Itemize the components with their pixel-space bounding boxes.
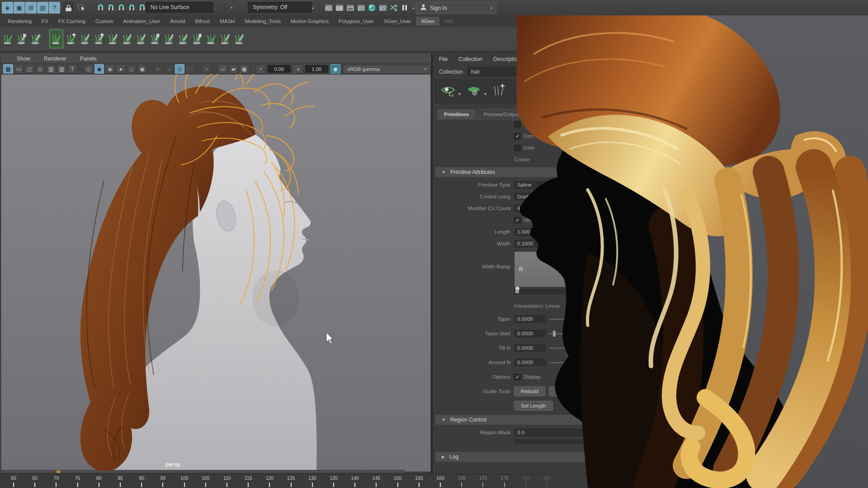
use-default-material-icon[interactable]: ●: [116, 64, 126, 74]
select-cursor-icon[interactable]: [75, 2, 89, 14]
shelf-tab-xgen[interactable]: XGen: [416, 17, 439, 26]
ramp-key-handle[interactable]: [515, 290, 519, 293]
attr-field-taper-start[interactable]: 0.0000: [514, 329, 546, 338]
snap-projected-center-icon[interactable]: [127, 2, 137, 14]
xray-icon[interactable]: ◇: [175, 64, 185, 74]
safe-title-icon[interactable]: T: [67, 64, 77, 74]
attr-slider-length[interactable]: [549, 231, 585, 233]
safe-action-icon[interactable]: ▧: [57, 64, 67, 74]
section-header-region-control[interactable]: ▼Region Control: [435, 415, 620, 425]
smooth-shade-icon[interactable]: ◆: [94, 64, 104, 74]
shadows-icon[interactable]: ◐: [153, 64, 163, 74]
shelf-tab-modeling-tools[interactable]: Modeling_Tools: [240, 17, 286, 26]
sign-in-button[interactable]: Sign In▾: [416, 2, 496, 14]
expand-arrow-icon[interactable]: ▸: [312, 5, 314, 10]
pause-icon[interactable]: [399, 2, 410, 14]
textured-icon[interactable]: ◈: [105, 64, 115, 74]
help-mode-icon[interactable]: ?: [49, 2, 60, 14]
colorspace-dropdown[interactable]: sRGB gamma▾: [343, 65, 430, 74]
checkbox-uniform[interactable]: ✓: [514, 217, 521, 224]
snapshot-2d-icon[interactable]: ▰: [229, 64, 239, 74]
select-component-icon[interactable]: ⊞: [25, 2, 37, 14]
xgen-shelf-tool-4-icon[interactable]: [49, 29, 63, 48]
xgen-shelf-tool-11-icon[interactable]: [148, 28, 162, 49]
chevron-down-icon[interactable]: ▾: [458, 91, 461, 96]
xgen-tab-primitives[interactable]: Primitives: [437, 109, 476, 119]
motion-blur-icon[interactable]: ◌: [185, 64, 195, 74]
xgen-shelf-tool-1-icon[interactable]: [1, 28, 15, 49]
shelf-tab-polygons-user[interactable]: Polygons_User: [334, 17, 379, 26]
ipr-render-icon[interactable]: IPR: [345, 2, 355, 14]
xgen-shelf-tool-2-icon[interactable]: [15, 28, 29, 49]
checkbox-option[interactable]: [514, 121, 521, 128]
snapshot-icon[interactable]: ▱: [218, 64, 228, 74]
chevron-down-icon[interactable]: ▾: [231, 5, 233, 10]
ao-icon[interactable]: ◒: [164, 64, 174, 74]
shelf-tab-yeti[interactable]: Yeti: [439, 17, 458, 26]
xgen-shelf-tool-8-icon[interactable]: [106, 28, 120, 49]
film-gate-icon[interactable]: ▭: [14, 64, 24, 74]
section-header-primitive-attributes[interactable]: ▼Primitive Attributes: [435, 167, 620, 177]
exposure-value[interactable]: 0.00: [268, 65, 291, 73]
primitive-visibility-eye-icon[interactable]: [440, 84, 456, 98]
field-chart-icon[interactable]: ▥: [46, 64, 56, 74]
time-slider[interactable]: 6065707580859095100105110115120125130135…: [0, 474, 868, 488]
contrast-icon[interactable]: ◑: [293, 64, 303, 74]
shelf-tab-arnold[interactable]: Arnold: [165, 17, 190, 26]
set-length-button[interactable]: Set Length: [514, 401, 553, 411]
render-view-icon[interactable]: [323, 2, 334, 14]
checkbox-con[interactable]: ✓: [514, 133, 521, 140]
snap-curve-icon[interactable]: [106, 2, 116, 14]
attr-field-tilt-n[interactable]: 0.0000: [514, 344, 546, 352]
attr-slider-width[interactable]: [549, 243, 585, 244]
color-management-toggle-icon[interactable]: ◉: [330, 64, 340, 74]
snap-point-icon[interactable]: [116, 2, 126, 14]
xgen-shelf-tool-9-icon[interactable]: [120, 28, 134, 49]
section-header-log[interactable]: ▶Log: [435, 452, 620, 462]
viewport-menu-show[interactable]: Show: [17, 56, 30, 62]
xgen-shelf-tool-16-icon[interactable]: [218, 28, 232, 49]
checkbox-com[interactable]: [514, 145, 521, 151]
attr-field-region-mask[interactable]: 0.0: [514, 428, 589, 436]
attr-slider-around-n[interactable]: [549, 362, 585, 363]
viewport-menu-panels[interactable]: Panels: [80, 56, 97, 62]
render-globe-icon[interactable]: [367, 2, 377, 14]
attr-slider-taper-start[interactable]: [549, 333, 585, 334]
select-anim-icon[interactable]: ▤: [37, 2, 48, 14]
chevron-down-icon[interactable]: ▾: [490, 6, 492, 10]
shelf-tab-fx[interactable]: FX: [37, 17, 53, 26]
slider-handle[interactable]: [553, 331, 556, 337]
symmetry-field[interactable]: Symmetry: Off: [248, 2, 312, 13]
rebuild-button[interactable]: Rebuild: [514, 386, 545, 396]
current-frame-marker[interactable]: [57, 470, 60, 473]
exposure-icon[interactable]: ◔: [255, 64, 265, 74]
width-ramp-widget[interactable]: R: [514, 251, 589, 287]
wireframe-icon[interactable]: ◇: [84, 64, 94, 74]
xgen-shelf-tool-12-icon[interactable]: [162, 28, 176, 49]
attr-field-width[interactable]: 0.1000: [514, 239, 546, 248]
attr-slider-taper[interactable]: [549, 319, 585, 320]
lights-icon[interactable]: ◉: [137, 64, 147, 74]
xgen-tab-preview-output[interactable]: Preview/Output: [477, 109, 526, 119]
shelf-tab-fx-caching[interactable]: FX Caching: [53, 17, 90, 26]
attr-field-modifier-cv-count[interactable]: 40: [514, 204, 546, 212]
xgen-shelf-tool-13-icon[interactable]: [176, 28, 190, 49]
xgen-shelf-tool-14-icon[interactable]: [190, 28, 204, 49]
attr-dropdown-control-using[interactable]: Guides: [514, 192, 582, 201]
viewport-canvas[interactable]: [1, 75, 430, 471]
normalize-button[interactable]: Normalize: [549, 386, 586, 396]
gate-mask-icon[interactable]: ▩: [35, 64, 45, 74]
shelf-tab-xgen-user[interactable]: XGen_User: [379, 17, 416, 26]
xgen-menu-collection[interactable]: Collection: [458, 56, 482, 62]
shelf-tab-bifrost[interactable]: Bifrost: [190, 17, 215, 26]
range-slider-edge[interactable]: [1, 470, 405, 473]
attr-dropdown-primitive-type[interactable]: Spline: [514, 181, 582, 189]
lock-icon[interactable]: [62, 1, 75, 14]
xgen-shelf-tool-7-icon[interactable]: [92, 28, 106, 49]
add-guides-icon[interactable]: [492, 84, 505, 99]
live-surface-field[interactable]: No Live Surface: [146, 2, 213, 13]
select-hierarchy-icon[interactable]: ◈: [2, 2, 13, 14]
pane-layout-icon[interactable]: ▣: [239, 64, 249, 74]
xgen-shelf-tool-17-icon[interactable]: [232, 28, 246, 49]
xgen-menu-file[interactable]: File: [439, 56, 448, 62]
